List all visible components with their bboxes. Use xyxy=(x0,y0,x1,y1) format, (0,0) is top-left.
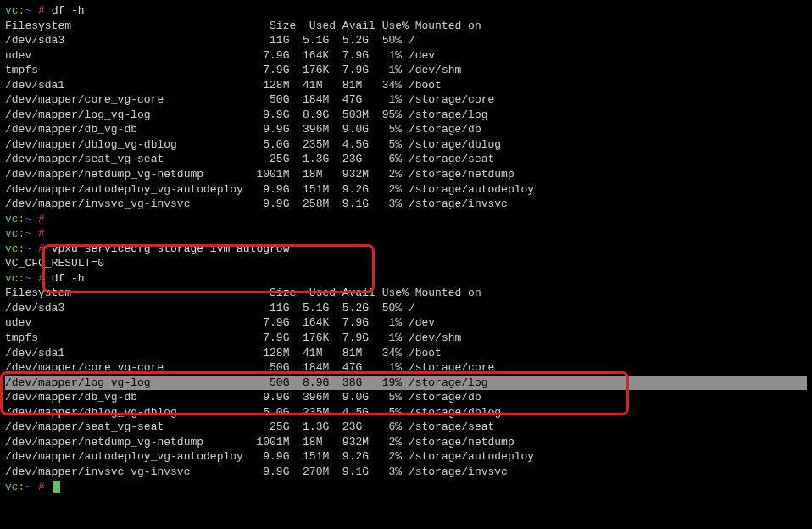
df-row: /dev/mapper/log_vg-log 50G 8.9G 38G 19% … xyxy=(5,376,807,391)
df-row: /dev/mapper/autodeploy_vg-autodeploy 9.9… xyxy=(5,182,807,198)
df-row: /dev/mapper/dblog_vg-dblog 5.0G 235M 4.5… xyxy=(5,137,807,153)
df-row: /dev/sda1 128M 41M 81M 34% /boot xyxy=(5,346,807,361)
prompt-line[interactable]: vc:~ # xyxy=(5,212,807,227)
terminal-cursor[interactable] xyxy=(53,481,60,493)
df-row: /dev/mapper/netdump_vg-netdump 1001M 18M… xyxy=(5,167,807,182)
df-row: /dev/sda1 128M 41M 81M 34% /boot xyxy=(5,78,807,93)
df-row: /dev/mapper/db_vg-db 9.9G 396M 9.0G 5% /… xyxy=(5,390,807,405)
df-row: /dev/mapper/db_vg-db 9.9G 396M 9.0G 5% /… xyxy=(5,122,807,137)
df-row: /dev/sda3 11G 5.1G 5.2G 50% / xyxy=(5,301,807,316)
df-row: /dev/mapper/seat_vg-seat 25G 1.3G 23G 6%… xyxy=(5,420,807,435)
df-row: /dev/mapper/autodeploy_vg-autodeploy 9.9… xyxy=(5,449,807,465)
df-row: udev 7.9G 164K 7.9G 1% /dev xyxy=(5,48,807,64)
df-row: /dev/mapper/log_vg-log 9.9G 8.9G 503M 95… xyxy=(5,108,807,123)
df-header: Filesystem Size Used Avail Use% Mounted … xyxy=(5,19,807,34)
prompt-line[interactable]: vc:~ # xyxy=(5,226,807,242)
terminal-output: vc:~ # df -hFilesystem Size Used Avail U… xyxy=(5,3,807,494)
cmd-result: VC_CFG_RESULT=0 xyxy=(5,256,807,271)
df-row: tmpfs 7.9G 176K 7.9G 1% /dev/shm xyxy=(5,63,807,78)
prompt-line[interactable]: vc:~ # df -h xyxy=(5,271,807,287)
df-row: tmpfs 7.9G 176K 7.9G 1% /dev/shm xyxy=(5,331,807,346)
df-row: /dev/mapper/netdump_vg-netdump 1001M 18M… xyxy=(5,435,807,450)
df-row: udev 7.9G 164K 7.9G 1% /dev xyxy=(5,315,807,331)
df-row: /dev/mapper/core_vg-core 50G 184M 47G 1%… xyxy=(5,92,807,108)
df-row: /dev/mapper/seat_vg-seat 25G 1.3G 23G 6%… xyxy=(5,152,807,167)
df-row: /dev/mapper/dblog_vg-dblog 5.0G 235M 4.5… xyxy=(5,405,807,420)
df-row: /dev/mapper/invsvc_vg-invsvc 9.9G 270M 9… xyxy=(5,465,807,480)
df-row: /dev/mapper/invsvc_vg-invsvc 9.9G 258M 9… xyxy=(5,197,807,212)
prompt-line[interactable]: vc:~ # df -h xyxy=(5,3,807,19)
df-row: /dev/mapper/core_vg-core 50G 184M 47G 1%… xyxy=(5,360,807,376)
df-row: /dev/sda3 11G 5.1G 5.2G 50% / xyxy=(5,33,807,48)
prompt-line[interactable]: vc:~ # xyxy=(5,480,807,495)
df-header: Filesystem Size Used Avail Use% Mounted … xyxy=(5,286,807,301)
prompt-line[interactable]: vc:~ # vpxd_servicecfg storage lvm autog… xyxy=(5,242,807,257)
